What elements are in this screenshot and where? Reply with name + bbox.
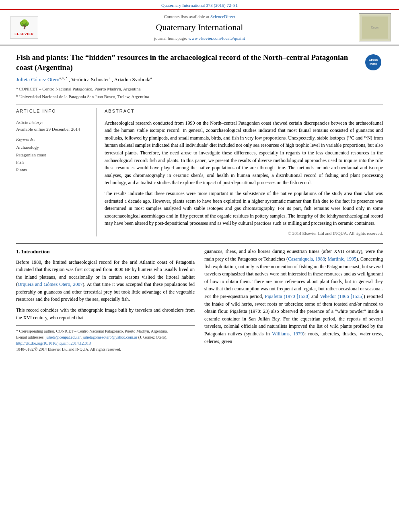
publisher-logo: 🌳 ELSEVIER bbox=[8, 16, 40, 39]
header-divider bbox=[16, 105, 383, 105]
affiliation-a: ᵃ CONICET – Centro Nacional Patagónico, … bbox=[16, 86, 383, 92]
info-abstract-section: ARTICLE INFO Article history: Available … bbox=[16, 108, 383, 236]
main-content: Fish and plants: The “hidden” resources … bbox=[0, 45, 399, 356]
intro-heading: 1. Introduction bbox=[16, 248, 195, 256]
intro-p2: This record coincides with the ethnograp… bbox=[16, 306, 195, 321]
abstract-paragraph-1: Archaeological research conducted from 1… bbox=[105, 119, 383, 187]
journal-reference-bar: Quaternary International 373 (2015) 72–8… bbox=[0, 0, 399, 10]
keywords-list: Archaeology Patagonian coast Fish Plants bbox=[16, 144, 90, 174]
email2-link[interactable]: julietagomezotero@yahoo.com.ar bbox=[82, 335, 137, 339]
authors-line: Julieta Gómez Oteroa, b, * , Verónica Sc… bbox=[16, 76, 383, 84]
contents-available-text: Contents lists available at bbox=[164, 14, 209, 19]
body-right-col: guanacos, rheas, and also horses during … bbox=[204, 248, 383, 352]
ref-pigafetta[interactable]: Pigafetta (1970 [1520] bbox=[265, 294, 310, 299]
journal-title-area: Contents lists available at ScienceDirec… bbox=[40, 14, 359, 42]
author2-name: , Verónica Schuster bbox=[68, 76, 109, 82]
keyword-4: Plants bbox=[16, 166, 90, 174]
article-title-text: Fish and plants: The “hidden” resources … bbox=[16, 53, 348, 72]
doi-link-line: http://dx.doi.org/10.1016/j.quaint.2014.… bbox=[16, 340, 195, 346]
homepage-link[interactable]: www.elsevier.com/locate/quaint bbox=[188, 36, 245, 41]
doi-link[interactable]: http://dx.doi.org/10.1016/j.quaint.2014.… bbox=[16, 341, 91, 345]
journal-ref-text: Quaternary International 373 (2015) 72–8… bbox=[161, 3, 238, 8]
crossmark-icon: Cross Mark bbox=[365, 54, 381, 70]
article-history-block: Article history: Available online 29 Dec… bbox=[16, 119, 90, 133]
keyword-3: Fish bbox=[16, 158, 90, 166]
email-note: (J. Gómez Otero). bbox=[138, 335, 167, 339]
abstract-label: ABSTRACT bbox=[105, 108, 383, 116]
homepage-line: journal homepage: www.elsevier.com/locat… bbox=[48, 35, 351, 41]
ref-williams[interactable]: Williams, 1979 bbox=[272, 331, 303, 337]
crossmark-badge[interactable]: Cross Mark bbox=[364, 53, 383, 72]
affiliation-b: ᵇ Universidad Nacional de la Patagonia S… bbox=[16, 93, 383, 100]
author2-sup: a bbox=[109, 76, 111, 80]
keywords-label: Keywords: bbox=[16, 136, 90, 142]
article-title-block: Fish and plants: The “hidden” resources … bbox=[16, 53, 383, 72]
elsevier-tree-icon: 🌳 bbox=[19, 18, 30, 31]
sciencedirect-link[interactable]: ScienceDirect bbox=[210, 14, 235, 19]
ref-orquera[interactable]: Orquera and Gómez Otero, 2007 bbox=[18, 281, 82, 287]
author1-sup: a, b, * bbox=[60, 76, 68, 80]
elsevier-label: ELSEVIER bbox=[14, 32, 34, 36]
abstract-column: ABSTRACT Archaeological research conduct… bbox=[105, 108, 383, 236]
homepage-label: journal homepage: bbox=[154, 36, 187, 41]
affiliations-block: ᵃ CONICET – Centro Nacional Patagónico, … bbox=[16, 86, 383, 100]
svg-text:Mark: Mark bbox=[370, 62, 377, 66]
footnote-section: * Corresponding author. CONICET – Centro… bbox=[16, 325, 195, 352]
journal-header: 🌳 ELSEVIER Contents lists available at S… bbox=[0, 10, 399, 45]
author1-link[interactable]: Julieta Gómez Otero bbox=[16, 76, 60, 82]
journal-title: Quaternary International bbox=[48, 21, 351, 34]
crossmark-svg: Cross Mark bbox=[366, 55, 380, 70]
email-label: E-mail addresses: bbox=[16, 335, 45, 339]
body-left-col: 1. Introduction Before 1980, the limited… bbox=[16, 248, 195, 352]
body-divider bbox=[16, 243, 383, 244]
article-info-label: ARTICLE INFO bbox=[16, 108, 90, 116]
issn-line: 1040-6182/© 2014 Elsevier Ltd and INQUA.… bbox=[16, 346, 195, 352]
article-info-column: ARTICLE INFO Article history: Available … bbox=[16, 108, 97, 236]
abstract-text-block: Archaeological research conducted from 1… bbox=[105, 119, 383, 227]
email-line: E-mail addresses: julieta@cenpat.edu.ar,… bbox=[16, 334, 195, 340]
svg-text:Cross: Cross bbox=[369, 58, 378, 62]
journal-cover-image: Cover bbox=[359, 13, 391, 41]
available-online-value: Available online 29 December 2014 bbox=[16, 126, 90, 132]
author3-sup: a bbox=[150, 76, 152, 80]
sciencedirect-line: Contents lists available at ScienceDirec… bbox=[48, 14, 351, 20]
ref-martinic[interactable]: Martinic, 1995 bbox=[327, 256, 356, 262]
ref-vehedor[interactable]: Vehedor (1866 [1535] bbox=[320, 294, 363, 299]
keyword-1: Archaeology bbox=[16, 144, 90, 151]
elsevier-logo-box: 🌳 ELSEVIER bbox=[10, 16, 38, 39]
footnote-star-text: * Corresponding author. CONICET – Centro… bbox=[16, 328, 195, 334]
keyword-2: Patagonian coast bbox=[16, 151, 90, 159]
cover-image-svg: Cover bbox=[360, 14, 390, 41]
copyright-line: © 2014 Elsevier Ltd and INQUA. All right… bbox=[105, 230, 383, 236]
right-col-p1: guanacos, rheas, and also horses during … bbox=[204, 248, 383, 345]
ref-casamiquela[interactable]: Casamiquela, 1983 bbox=[288, 256, 325, 262]
issn-text: 1040-6182/© 2014 Elsevier Ltd and INQUA.… bbox=[16, 347, 121, 351]
keywords-block: Keywords: Archaeology Patagonian coast F… bbox=[16, 136, 90, 173]
email1-link[interactable]: julieta@cenpat.edu.ar bbox=[45, 335, 80, 339]
article-history-label: Article history: bbox=[16, 119, 90, 125]
body-two-col: 1. Introduction Before 1980, the limited… bbox=[16, 248, 383, 352]
author3-name: , Ariadna Svoboda bbox=[112, 76, 150, 82]
svg-text:Cover: Cover bbox=[371, 26, 379, 29]
abstract-paragraph-2: The results indicate that these resource… bbox=[105, 190, 383, 227]
intro-p1: Before 1980, the limited archaeological … bbox=[16, 259, 195, 304]
